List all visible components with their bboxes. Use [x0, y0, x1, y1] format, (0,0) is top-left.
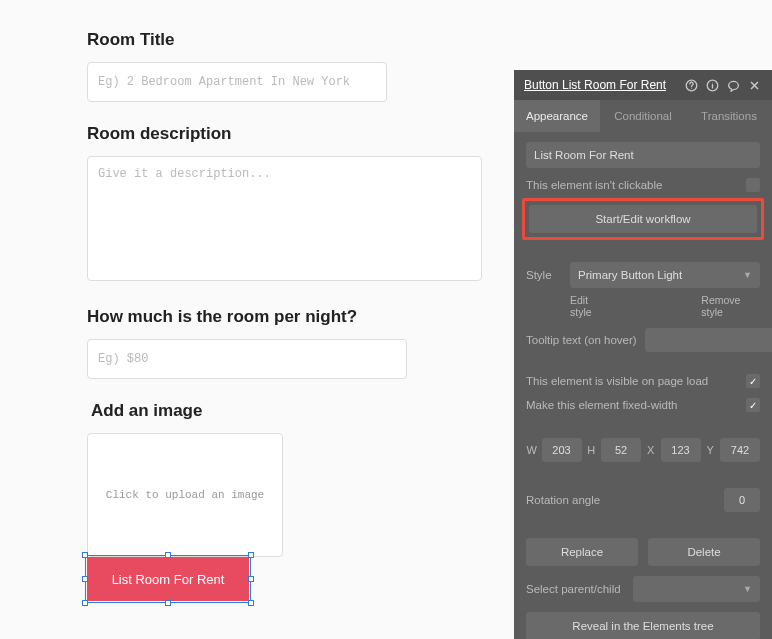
list-room-button-label: List Room For Rent — [112, 572, 225, 587]
x-input[interactable] — [661, 438, 701, 462]
svg-point-1 — [691, 87, 692, 88]
tab-appearance[interactable]: Appearance — [514, 100, 600, 132]
remove-style-link[interactable]: Remove style — [701, 294, 760, 318]
visible-check[interactable] — [746, 374, 760, 388]
x-label: X — [645, 444, 657, 456]
form-area: Room Title Room description How much is … — [87, 30, 487, 557]
inspector-panel: Button List Room For Rent Appearance Con… — [514, 70, 772, 639]
caption-input[interactable] — [526, 142, 760, 168]
w-label: W — [526, 444, 538, 456]
inspector-header[interactable]: Button List Room For Rent — [514, 70, 772, 100]
visible-label: This element is visible on page load — [526, 375, 738, 387]
select-parent-dropdown[interactable]: ▼ — [633, 576, 760, 602]
y-input[interactable] — [720, 438, 760, 462]
svg-point-4 — [712, 82, 713, 83]
tooltip-input[interactable] — [645, 328, 772, 352]
room-desc-input[interactable] — [87, 156, 482, 281]
h-label: H — [586, 444, 598, 456]
not-clickable-label: This element isn't clickable — [526, 179, 738, 191]
delete-button[interactable]: Delete — [648, 538, 760, 566]
y-label: Y — [705, 444, 717, 456]
room-price-label: How much is the room per night? — [87, 307, 487, 327]
chevron-down-icon: ▼ — [743, 584, 752, 594]
fixed-label: Make this element fixed-width — [526, 399, 738, 411]
room-title-label: Room Title — [87, 30, 487, 50]
room-title-input[interactable] — [87, 62, 387, 102]
close-icon[interactable] — [747, 78, 762, 93]
room-price-input[interactable] — [87, 339, 407, 379]
edit-style-link[interactable]: Edit style — [570, 294, 609, 318]
height-input[interactable] — [601, 438, 641, 462]
replace-button[interactable]: Replace — [526, 538, 638, 566]
add-image-label: Add an image — [91, 401, 487, 421]
inspector-title[interactable]: Button List Room For Rent — [524, 78, 678, 92]
chevron-down-icon: ▼ — [743, 270, 752, 280]
room-desc-label: Room description — [87, 124, 487, 144]
rotation-label: Rotation angle — [526, 494, 716, 506]
style-select[interactable]: Primary Button Light ▼ — [570, 262, 760, 288]
fixed-width-check[interactable] — [746, 398, 760, 412]
tooltip-label: Tooltip text (on hover) — [526, 334, 637, 346]
inspector-body: This element isn't clickable Start/Edit … — [514, 132, 772, 639]
workflow-highlight: Start/Edit workflow — [522, 198, 764, 240]
upload-text: Click to upload an image — [106, 489, 264, 501]
image-upload-box[interactable]: Click to upload an image — [87, 433, 283, 557]
editor-canvas: Room Title Room description How much is … — [0, 0, 772, 639]
selected-element[interactable]: List Room For Rent — [87, 557, 249, 601]
comment-icon[interactable] — [726, 78, 741, 93]
not-clickable-check[interactable] — [746, 178, 760, 192]
start-edit-workflow-button[interactable]: Start/Edit workflow — [529, 205, 757, 233]
tab-conditional[interactable]: Conditional — [600, 100, 686, 132]
style-value: Primary Button Light — [578, 269, 682, 281]
rotation-input[interactable] — [724, 488, 760, 512]
tab-transitions[interactable]: Transitions — [686, 100, 772, 132]
help-icon[interactable] — [684, 78, 699, 93]
dimensions-row: W H X Y — [526, 438, 760, 462]
select-parent-label: Select parent/child — [526, 583, 621, 595]
info-icon[interactable] — [705, 78, 720, 93]
width-input[interactable] — [542, 438, 582, 462]
inspector-tabs: Appearance Conditional Transitions — [514, 100, 772, 132]
list-room-button[interactable]: List Room For Rent — [87, 557, 249, 601]
reveal-button[interactable]: Reveal in the Elements tree — [526, 612, 760, 639]
style-label: Style — [526, 269, 562, 281]
